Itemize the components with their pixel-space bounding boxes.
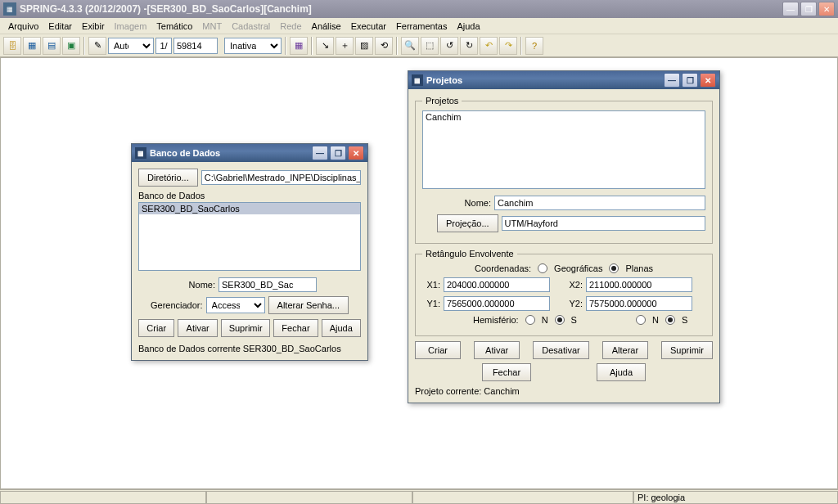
zoom-mode-select[interactable]: Auto: [108, 38, 154, 54]
proj-minimize-button[interactable]: —: [664, 73, 680, 88]
bd-ativar-button[interactable]: Ativar: [178, 319, 217, 337]
main-titlebar: ▦ SPRING-4.3.3 (20/12/2007) -[SER300_BD_…: [0, 0, 838, 18]
project-icon[interactable]: ▦: [23, 37, 41, 55]
bd-maximize-button[interactable]: ❐: [330, 146, 346, 160]
undo-icon[interactable]: ↶: [480, 37, 498, 55]
proj-ajuda-button[interactable]: Ajuda: [597, 363, 646, 381]
layer-icon[interactable]: ▤: [43, 37, 61, 55]
projetos-group: Projetos Canchim Nome: Canchim Projeção.…: [415, 96, 713, 244]
arrow-down-icon[interactable]: ↘: [316, 37, 334, 55]
proj-nome-label: Nome:: [422, 198, 491, 208]
bd-fechar-button[interactable]: Fechar: [273, 319, 318, 337]
proj-ativar-button[interactable]: Ativar: [474, 341, 520, 359]
bd-dialog-title: Banco de Dados: [150, 148, 220, 158]
bd-close-button[interactable]: ✕: [348, 146, 364, 160]
radio-geograficas[interactable]: [538, 263, 547, 273]
activity-select[interactable]: Inativa: [224, 38, 282, 54]
draw-icon[interactable]: ✎: [88, 37, 106, 55]
tool-icon[interactable]: ▨: [355, 37, 373, 55]
menu-analise[interactable]: Análise: [307, 20, 346, 33]
hemisferio-label: Hemisfério:: [473, 315, 519, 325]
menu-exibir[interactable]: Exibir: [77, 20, 110, 33]
proj-listbox[interactable]: Canchim: [422, 110, 705, 189]
menu-ajuda[interactable]: Ajuda: [452, 20, 484, 33]
x1-input[interactable]: 204000.000000: [444, 277, 550, 292]
bd-gerenciador-label: Gerenciador:: [151, 300, 203, 310]
projecao-button[interactable]: Projeção...: [437, 214, 498, 232]
proj-dialog-titlebar[interactable]: ▦ Projetos — ❐ ✕: [408, 71, 719, 89]
alterar-senha-button[interactable]: Alterar Senha...: [268, 296, 349, 314]
app-title: SPRING-4.3.3 (20/12/2007) -[SER300_BD_Sa…: [20, 3, 782, 15]
plus-icon[interactable]: ＋: [336, 37, 354, 55]
diretorio-button[interactable]: Diretório...: [138, 169, 198, 187]
y2-input[interactable]: 7575000.000000: [586, 296, 692, 311]
zoom-in-icon[interactable]: 🔍: [401, 37, 419, 55]
bd-status-text: Banco de Dados corrente SER300_BD_SaoCar…: [138, 344, 361, 353]
help-icon[interactable]: ?: [525, 37, 543, 55]
radio-hem-s-1[interactable]: [555, 315, 565, 325]
toolbar-separator: [83, 37, 85, 55]
proj-nome-input[interactable]: Canchim: [494, 196, 705, 210]
radio-planas[interactable]: [609, 263, 619, 273]
bd-gerenciador-select[interactable]: Access: [206, 297, 265, 313]
menu-executar[interactable]: Executar: [346, 20, 391, 33]
radio-hem-s-2[interactable]: [665, 315, 675, 325]
bd-nome-input[interactable]: SER300_BD_Sac: [219, 277, 317, 292]
minimize-button[interactable]: —: [782, 2, 799, 16]
menu-editar[interactable]: Editar: [43, 20, 77, 33]
proj-list-item[interactable]: Canchim: [423, 111, 705, 123]
x2-input[interactable]: 211000.000000: [586, 277, 692, 292]
proj-criar-button[interactable]: Criar: [415, 341, 461, 359]
retangulo-group-label: Retângulo Envolvente: [422, 249, 517, 259]
hem-s-label-2: S: [682, 315, 687, 325]
menu-cadastral[interactable]: Cadastral: [227, 20, 275, 33]
proj-close-button[interactable]: ✕: [700, 73, 716, 88]
proj-fechar-button[interactable]: Fechar: [482, 363, 531, 381]
scale-numerator: 1/: [155, 38, 172, 54]
database-icon[interactable]: 🗄: [3, 37, 21, 55]
zoom-box-icon[interactable]: ⬚: [421, 37, 439, 55]
toolbar-separator: [396, 37, 398, 55]
menu-tematico[interactable]: Temático: [151, 20, 197, 33]
radio-hem-n-1[interactable]: [525, 315, 535, 325]
hem-s-label-1: S: [571, 315, 577, 325]
menu-mnt[interactable]: MNT: [197, 20, 227, 33]
menu-imagem[interactable]: Imagem: [110, 20, 152, 33]
bd-minimize-button[interactable]: —: [312, 146, 328, 160]
menu-arquivo[interactable]: Arquivo: [3, 20, 43, 33]
tool4-icon[interactable]: ▣: [62, 37, 80, 55]
y1-label: Y1:: [422, 299, 440, 308]
toolbar: 🗄 ▦ ▤ ▣ ✎ Auto 1/ 59814 Inativa ▦ ↘ ＋ ▨ …: [0, 34, 838, 57]
toolbar-separator: [285, 37, 286, 55]
close-button[interactable]: ✕: [818, 2, 835, 16]
diretorio-input[interactable]: C:\Gabriel\Mestrado_INPE\Disciplinas_1\I…: [201, 170, 361, 185]
bd-listbox[interactable]: SER300_BD_SaoCarlos: [138, 202, 361, 271]
bd-ajuda-button[interactable]: Ajuda: [322, 319, 361, 337]
grid-icon[interactable]: ▦: [290, 37, 308, 55]
scale-value[interactable]: 59814: [173, 38, 218, 54]
proj-suprimir-button[interactable]: Suprimir: [661, 341, 713, 359]
bd-criar-button[interactable]: Criar: [138, 319, 174, 337]
proj-desativar-button[interactable]: Desativar: [533, 341, 588, 359]
maximize-button[interactable]: ❐: [800, 2, 817, 16]
bd-dialog-icon: ▦: [135, 147, 146, 159]
app-icon: ▦: [3, 2, 16, 16]
redo-icon[interactable]: ↷: [499, 37, 517, 55]
retangulo-group: Retângulo Envolvente Coordenadas: Geográ…: [415, 249, 713, 336]
menu-ferramentas[interactable]: Ferramentas: [391, 20, 452, 33]
y1-input[interactable]: 7565000.000000: [444, 296, 550, 311]
projecao-input[interactable]: UTM/Hayford: [502, 216, 705, 231]
menu-rede[interactable]: Rede: [275, 20, 306, 33]
radio-hem-n-2[interactable]: [636, 315, 646, 325]
zoom-prev-icon[interactable]: ↺: [440, 37, 458, 55]
hem-n-label-2: N: [652, 315, 659, 325]
toolbar-separator: [520, 37, 522, 55]
proj-maximize-button[interactable]: ❐: [682, 73, 698, 88]
zoom-next-icon[interactable]: ↻: [460, 37, 478, 55]
bd-list-item-selected[interactable]: SER300_BD_SaoCarlos: [139, 203, 360, 214]
tool-icon[interactable]: ⟲: [375, 37, 393, 55]
proj-alterar-button[interactable]: Alterar: [602, 341, 648, 359]
menubar: Arquivo Editar Exibir Imagem Temático MN…: [0, 18, 838, 34]
bd-dialog-titlebar[interactable]: ▦ Banco de Dados — ❐ ✕: [132, 144, 367, 162]
bd-suprimir-button[interactable]: Suprimir: [221, 319, 271, 337]
